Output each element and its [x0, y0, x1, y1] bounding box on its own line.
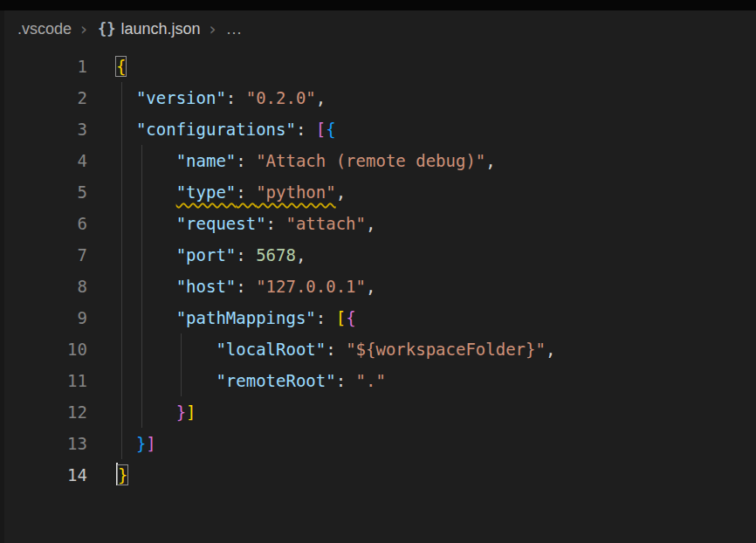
code-line[interactable]: 11 "remoteRoot": "." — [0, 365, 756, 396]
code-token: "localRoot" — [216, 340, 326, 359]
code-token: 5678 — [256, 245, 296, 265]
code-token: : — [236, 182, 256, 202]
breadcrumb-file[interactable]: launch.json — [121, 20, 201, 38]
code-token — [116, 371, 216, 390]
code-token — [116, 88, 136, 107]
code-line[interactable]: 6 "request": "attach", — [0, 208, 756, 239]
code-text: "remoteRoot": "." — [116, 365, 386, 396]
code-token: "." — [356, 371, 386, 390]
code-token — [116, 277, 176, 296]
code-token: "Attach (remote debug)" — [256, 151, 485, 170]
code-token: : — [236, 277, 256, 296]
code-token: "configurations" — [136, 120, 296, 139]
code-text: "name": "Attach (remote debug)", — [116, 145, 496, 176]
code-token: , — [546, 340, 555, 359]
line-number[interactable]: 11 — [0, 365, 87, 396]
code-text: "port": 5678, — [116, 239, 306, 271]
code-token — [116, 308, 176, 327]
code-token: { — [326, 120, 335, 139]
line-number[interactable]: 5 — [0, 176, 87, 208]
code-token — [116, 151, 176, 170]
code-text: "host": "127.0.0.1", — [116, 271, 375, 302]
code-token: : — [296, 120, 316, 139]
code-token: "127.0.0.1" — [256, 277, 366, 296]
line-number[interactable]: 12 — [0, 396, 87, 428]
code-token: "port" — [176, 245, 237, 265]
line-number[interactable]: 6 — [0, 208, 87, 239]
code-line[interactable]: 12 }] — [0, 396, 756, 428]
code-line[interactable]: 14} — [0, 459, 756, 491]
code-line[interactable]: 1{ — [0, 51, 756, 82]
indent-guide — [181, 333, 182, 396]
line-number[interactable]: 1 — [0, 51, 87, 82]
code-token: { — [116, 57, 126, 76]
indent-guide — [141, 145, 142, 428]
code-token: , — [366, 277, 375, 296]
code-token: [ — [336, 308, 346, 327]
code-token: , — [296, 245, 306, 265]
code-line[interactable]: 9 "pathMappings": [{ — [0, 302, 756, 333]
line-number[interactable]: 4 — [0, 145, 87, 176]
code-token: : — [326, 340, 346, 359]
code-token: "remoteRoot" — [216, 371, 335, 390]
code-token: : — [336, 371, 356, 390]
code-token: "0.2.0" — [246, 88, 316, 107]
code-token: "python" — [256, 182, 336, 202]
code-token: : — [236, 245, 256, 265]
code-token: { — [346, 308, 355, 327]
editor-lines: 1{2 "version": "0.2.0",3 "configurations… — [0, 51, 756, 491]
code-token: : — [316, 308, 336, 327]
code-line[interactable]: 4 "name": "Attach (remote debug)", — [0, 145, 756, 176]
editor-top-bar — [0, 0, 756, 10]
code-token: "name" — [176, 151, 237, 170]
code-text: "configurations": [{ — [116, 113, 336, 145]
indent-guide — [121, 82, 122, 459]
code-text: } — [116, 459, 127, 491]
code-token: ] — [186, 402, 196, 422]
code-line[interactable]: 2 "version": "0.2.0", — [0, 82, 756, 113]
breadcrumb-symbol-path[interactable]: ... — [227, 20, 243, 38]
line-number[interactable]: 13 — [0, 428, 87, 459]
code-token: "host" — [176, 277, 237, 296]
code-token — [116, 340, 216, 359]
code-token: "request" — [176, 214, 266, 233]
line-number[interactable]: 10 — [0, 333, 87, 365]
line-number[interactable]: 3 — [0, 113, 87, 145]
code-token: } — [118, 465, 127, 485]
code-text: "localRoot": "${workspaceFolder}", — [116, 333, 555, 365]
code-line[interactable]: 8 "host": "127.0.0.1", — [0, 271, 756, 302]
code-token: , — [336, 182, 346, 202]
code-token: "pathMappings" — [176, 308, 316, 327]
code-token: "version" — [136, 88, 226, 107]
code-token — [116, 214, 176, 233]
line-number[interactable]: 7 — [0, 239, 87, 271]
breadcrumb: .vscode › {} launch.json › ... — [0, 10, 756, 47]
code-line[interactable]: 5 "type": "python", — [0, 176, 756, 208]
chevron-right-icon: › — [210, 18, 216, 39]
code-line[interactable]: 3 "configurations": [{ — [0, 113, 756, 145]
code-token: : — [266, 214, 286, 233]
code-token: "attach" — [285, 214, 366, 233]
code-token: , — [316, 88, 326, 107]
code-line[interactable]: 13 }] — [0, 428, 756, 459]
code-token: [ — [316, 120, 326, 139]
code-text: "request": "attach", — [116, 208, 375, 239]
code-line[interactable]: 10 "localRoot": "${workspaceFolder}", — [0, 333, 756, 365]
json-braces-icon: {} — [98, 20, 115, 38]
code-text: }] — [116, 396, 196, 428]
line-number[interactable]: 8 — [0, 271, 87, 302]
code-token — [116, 434, 136, 453]
code-token — [116, 245, 176, 265]
code-token: , — [485, 151, 495, 170]
line-number[interactable]: 2 — [0, 82, 87, 113]
line-number[interactable]: 14 — [0, 459, 87, 491]
code-token — [116, 402, 176, 422]
code-token: , — [366, 214, 375, 233]
code-line[interactable]: 7 "port": 5678, — [0, 239, 756, 271]
code-token: "type" — [176, 182, 237, 202]
breadcrumb-folder[interactable]: .vscode — [17, 20, 72, 38]
line-number[interactable]: 9 — [0, 302, 87, 333]
code-token — [116, 120, 136, 139]
editor[interactable]: 1{2 "version": "0.2.0",3 "configurations… — [0, 47, 756, 491]
code-token: : — [226, 88, 246, 107]
